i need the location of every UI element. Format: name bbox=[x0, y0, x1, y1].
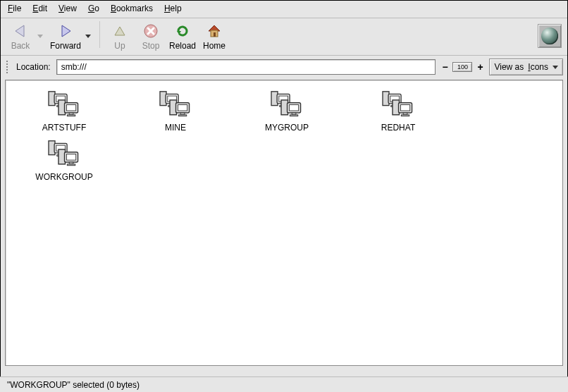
chevron-down-icon bbox=[552, 66, 558, 69]
toolbar: Back Forward Up Stop bbox=[1, 18, 567, 56]
up-label: Up bbox=[114, 41, 125, 51]
workgroup-item[interactable]: MINE bbox=[120, 90, 231, 140]
back-button[interactable]: Back bbox=[5, 21, 36, 52]
workgroup-item[interactable]: ARTSTUFF bbox=[8, 90, 120, 140]
view-as-selector[interactable]: View as Icons bbox=[489, 59, 563, 75]
menu-help-label: elp bbox=[171, 4, 182, 13]
workgroup-item[interactable]: REDHAT bbox=[342, 90, 454, 140]
location-input[interactable] bbox=[56, 59, 436, 75]
svg-rect-57 bbox=[67, 164, 75, 166]
svg-rect-45 bbox=[400, 105, 409, 111]
back-arrow-icon bbox=[11, 23, 30, 39]
view-as-prefix: View as bbox=[494, 62, 524, 72]
up-button[interactable]: Up bbox=[104, 21, 135, 52]
svg-rect-27 bbox=[178, 115, 186, 116]
forward-arrow-icon bbox=[56, 23, 75, 39]
network-workgroup-icon bbox=[47, 90, 81, 118]
status-bar: "WORKGROUP" selected (0 bytes) bbox=[0, 376, 568, 392]
throbber-sphere-icon bbox=[541, 27, 558, 44]
svg-rect-35 bbox=[289, 105, 298, 111]
menu-file-label: ile bbox=[13, 4, 21, 13]
svg-rect-17 bbox=[67, 115, 75, 116]
menubar: File Edit View Go Bookmarks Help bbox=[1, 1, 567, 18]
home-icon bbox=[206, 23, 223, 39]
stop-label: Stop bbox=[142, 41, 160, 51]
forward-button[interactable]: Forward bbox=[47, 21, 84, 52]
item-label: REDHAT bbox=[381, 123, 415, 133]
zoom-control: − 100 + bbox=[440, 62, 485, 72]
menu-view[interactable]: View bbox=[58, 4, 77, 13]
location-label: Location: bbox=[15, 62, 52, 72]
item-label: MINE bbox=[165, 123, 186, 133]
workgroup-item[interactable]: WORKGROUP bbox=[8, 140, 120, 189]
up-arrow-icon bbox=[111, 23, 129, 39]
throbber bbox=[538, 24, 562, 48]
svg-marker-2 bbox=[115, 27, 125, 35]
network-workgroup-icon bbox=[270, 90, 304, 118]
stop-icon bbox=[142, 23, 159, 39]
item-label: WORKGROUP bbox=[35, 172, 92, 182]
item-label: MYGROUP bbox=[265, 123, 309, 133]
location-handle[interactable] bbox=[4, 61, 11, 73]
svg-marker-1 bbox=[62, 25, 70, 37]
svg-rect-25 bbox=[178, 105, 187, 111]
menu-help[interactable]: Help bbox=[164, 4, 182, 13]
svg-rect-7 bbox=[214, 32, 216, 37]
menu-go-label: o bbox=[94, 4, 99, 13]
svg-rect-47 bbox=[401, 115, 409, 116]
zoom-in-button[interactable]: + bbox=[475, 62, 485, 72]
workgroup-item[interactable]: MYGROUP bbox=[231, 90, 342, 140]
menu-file[interactable]: File bbox=[8, 4, 21, 13]
menu-bookmarks-label: ookmarks bbox=[116, 4, 153, 13]
svg-rect-37 bbox=[290, 115, 297, 116]
menu-view-label: iew bbox=[64, 4, 77, 13]
forward-dropdown[interactable] bbox=[84, 20, 92, 52]
back-dropdown[interactable] bbox=[36, 20, 44, 52]
svg-rect-15 bbox=[66, 105, 75, 111]
network-workgroup-icon bbox=[381, 90, 415, 118]
menu-go[interactable]: Go bbox=[88, 4, 99, 13]
back-label: Back bbox=[11, 41, 30, 51]
icon-grid: ARTSTUFF MINE MYGROUP REDHAT WORKGROUP bbox=[6, 80, 562, 189]
menu-bookmarks[interactable]: Bookmarks bbox=[111, 4, 153, 13]
reload-button[interactable]: Reload bbox=[166, 21, 199, 52]
reload-icon bbox=[174, 23, 191, 39]
zoom-out-button[interactable]: − bbox=[440, 62, 450, 72]
zoom-value[interactable]: 100 bbox=[452, 62, 472, 72]
menu-edit-label: dit bbox=[38, 4, 47, 13]
content-area: ARTSTUFF MINE MYGROUP REDHAT WORKGROUP bbox=[5, 80, 563, 366]
home-label: Home bbox=[203, 41, 226, 51]
reload-label: Reload bbox=[169, 41, 196, 51]
home-button[interactable]: Home bbox=[199, 21, 230, 52]
status-text: "WORKGROUP" selected (0 bytes) bbox=[7, 380, 140, 390]
svg-rect-55 bbox=[66, 154, 75, 161]
toolbar-separator bbox=[99, 21, 100, 48]
location-bar: Location: − 100 + View as Icons bbox=[1, 56, 567, 80]
svg-marker-0 bbox=[16, 25, 24, 37]
forward-label: Forward bbox=[50, 41, 81, 51]
stop-button[interactable]: Stop bbox=[135, 21, 166, 52]
item-label: ARTSTUFF bbox=[42, 123, 86, 133]
network-workgroup-icon bbox=[47, 140, 81, 168]
network-workgroup-icon bbox=[159, 90, 192, 118]
menu-edit[interactable]: Edit bbox=[32, 4, 47, 13]
